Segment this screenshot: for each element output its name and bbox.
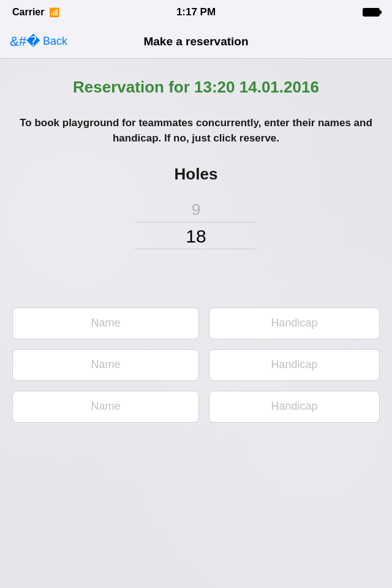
player-row-2 xyxy=(12,349,380,381)
wifi-icon: 📶 xyxy=(49,7,59,17)
status-time: 1:17 PM xyxy=(176,6,216,18)
status-left: Carrier 📶 xyxy=(12,7,59,18)
player-2-handicap-input[interactable] xyxy=(209,349,380,381)
back-label: Back xyxy=(43,35,67,48)
player-3-name-input[interactable] xyxy=(12,391,199,423)
player-row-3 xyxy=(12,391,380,423)
players-section xyxy=(12,307,380,423)
holes-label: Holes xyxy=(12,165,380,184)
picker-line-bottom xyxy=(135,249,257,249)
battery-icon xyxy=(363,8,380,17)
back-chevron-icon: &#� xyxy=(10,35,40,48)
player-1-handicap-input[interactable] xyxy=(209,307,380,339)
picker-item-selected: 18 xyxy=(135,223,257,250)
picker-item-above: 9 xyxy=(135,196,257,223)
holes-picker[interactable]: 9 18 xyxy=(12,196,380,277)
back-button[interactable]: &#� Back xyxy=(0,35,77,48)
main-content: Reservation for 13:20 14.01.2016 To book… xyxy=(0,59,392,588)
player-3-handicap-input[interactable] xyxy=(209,391,380,423)
picker-line-top xyxy=(135,222,257,222)
player-2-name-input[interactable] xyxy=(12,349,199,381)
picker-drum[interactable]: 9 18 xyxy=(135,196,257,277)
instructions-text: To book playground for teammates concurr… xyxy=(12,115,380,146)
player-row-1 xyxy=(12,307,380,339)
picker-item-below xyxy=(135,250,257,277)
nav-bar: &#� Back Make a reservation xyxy=(0,24,392,59)
nav-title: Make a reservation xyxy=(143,35,248,48)
carrier-label: Carrier xyxy=(12,7,44,18)
status-right xyxy=(363,8,380,17)
reservation-title: Reservation for 13:20 14.01.2016 xyxy=(12,77,380,98)
status-bar: Carrier 📶 1:17 PM xyxy=(0,0,392,24)
player-1-name-input[interactable] xyxy=(12,307,199,339)
